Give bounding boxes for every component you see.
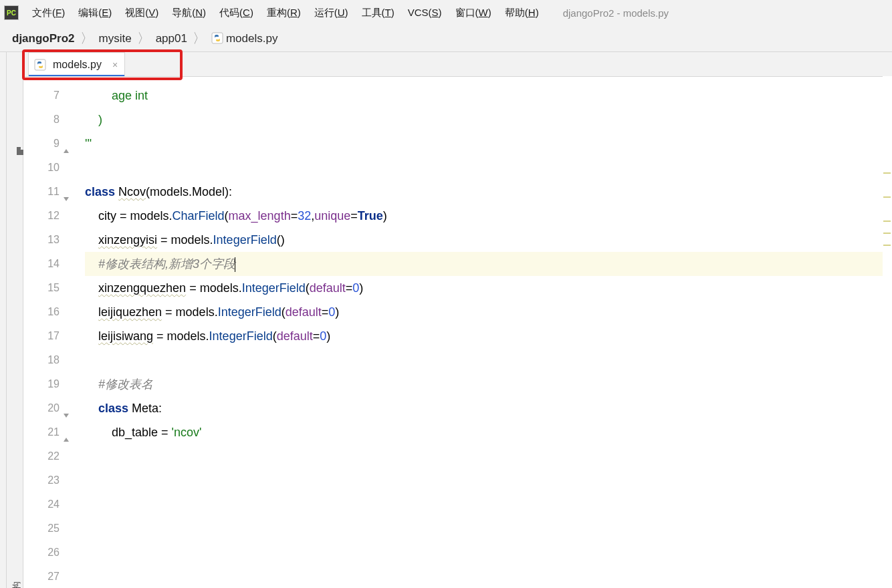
line-number: 15: [23, 276, 60, 300]
menu-t[interactable]: 工具(T): [355, 4, 401, 22]
tab-label: models.py: [53, 59, 102, 71]
code-line[interactable]: #修改表结构,新增3个字段: [85, 252, 892, 276]
breadcrumb-item[interactable]: djangoPro2: [12, 32, 75, 45]
line-number: 26: [23, 541, 60, 565]
line-number: 22: [23, 444, 60, 468]
svg-rect-2: [17, 147, 21, 149]
chevron-right-icon: 〉: [137, 29, 150, 47]
structure-toolwindow-label[interactable]: 结构: [11, 581, 23, 588]
line-number: 10: [23, 156, 60, 180]
code-line[interactable]: [85, 565, 892, 588]
menu-n[interactable]: 导航(N): [165, 4, 213, 22]
chevron-right-icon: 〉: [193, 29, 206, 47]
python-file-icon: [34, 59, 46, 71]
code-line[interactable]: xinzengquezhen = models.IntegerField(def…: [85, 276, 892, 300]
code-line[interactable]: [85, 156, 892, 180]
code-line[interactable]: ''': [85, 132, 892, 156]
line-number: 23: [23, 468, 60, 492]
menu-s[interactable]: VCS(S): [401, 4, 449, 22]
code-line[interactable]: class Meta:: [85, 396, 892, 420]
line-number: 8: [23, 108, 60, 132]
code-line[interactable]: [85, 541, 892, 565]
python-file-icon: [211, 32, 223, 44]
line-number: 12: [23, 204, 60, 228]
code-line[interactable]: [85, 348, 892, 372]
menu-c[interactable]: 代码(C): [213, 4, 260, 22]
breadcrumb-item[interactable]: models.py: [211, 32, 277, 45]
pycharm-icon: PC: [4, 5, 19, 20]
code-line[interactable]: ): [85, 108, 892, 132]
line-number: 18: [23, 348, 60, 372]
line-number: 14: [23, 252, 60, 276]
line-number: 20: [23, 396, 60, 420]
code-line[interactable]: [85, 492, 892, 517]
menu-u[interactable]: 运行(U): [308, 4, 355, 22]
menu-h[interactable]: 帮助(H): [498, 4, 546, 22]
code-line[interactable]: leijisiwang = models.IntegerField(defaul…: [85, 324, 892, 348]
window-title: djangoPro2 - models.py: [563, 7, 669, 19]
code-line[interactable]: age int: [85, 84, 892, 108]
code-line[interactable]: #修改表名: [85, 372, 892, 396]
menu-e[interactable]: 编辑(E): [72, 4, 118, 22]
breadcrumb-item[interactable]: mysite: [99, 32, 132, 45]
code-line[interactable]: xinzengyisi = models.IntegerField(): [85, 228, 892, 252]
line-number: 16: [23, 300, 60, 324]
menubar: PC 文件(F)编辑(E)视图(V)导航(N)代码(C)重构(R)运行(U)工具…: [0, 0, 892, 25]
menu-r[interactable]: 重构(R): [260, 4, 308, 22]
code-line[interactable]: city = models.CharField(max_length=32,un…: [85, 204, 892, 228]
toolwindow-rail[interactable]: 结构: [7, 52, 23, 588]
breadcrumb-item[interactable]: app01: [156, 32, 187, 45]
svg-rect-0: [212, 33, 223, 43]
line-number: 13: [23, 228, 60, 252]
code-line[interactable]: [85, 517, 892, 541]
editor-tabs: models.py ×: [0, 52, 892, 76]
fold-end-icon[interactable]: [62, 140, 70, 148]
menu-f[interactable]: 文件(F): [25, 4, 72, 22]
breadcrumb: djangoPro2〉mysite〉app01〉models.py: [0, 25, 892, 52]
fold-start-icon[interactable]: [62, 404, 70, 412]
left-gutter-rail: [0, 52, 7, 588]
code-line[interactable]: leijiquezhen = models.IntegerField(defau…: [85, 300, 892, 324]
line-number: 7: [23, 84, 60, 108]
chevron-right-icon: 〉: [80, 29, 94, 47]
tab-models-py[interactable]: models.py ×: [28, 52, 125, 76]
code-line[interactable]: class Ncov(models.Model):: [85, 180, 892, 204]
code-line[interactable]: db_table = 'ncov': [85, 420, 892, 444]
line-number: 19: [23, 372, 60, 396]
line-number: 21: [23, 420, 60, 444]
code-editor[interactable]: 789101112131415161718192021222324252627 …: [23, 76, 892, 588]
error-stripe[interactable]: [883, 76, 892, 588]
line-number-gutter: 789101112131415161718192021222324252627: [23, 77, 74, 588]
code-area[interactable]: age int )'''class Ncov(models.Model): ci…: [74, 77, 892, 588]
menu-w[interactable]: 窗口(W): [449, 4, 498, 22]
line-number: 25: [23, 517, 60, 541]
fold-end-icon[interactable]: [62, 428, 70, 436]
code-line[interactable]: [85, 468, 892, 492]
fold-start-icon[interactable]: [62, 188, 70, 196]
line-number: 17: [23, 324, 60, 348]
line-number: 24: [23, 492, 60, 517]
line-number: 27: [23, 565, 60, 588]
close-icon[interactable]: ×: [112, 59, 118, 70]
svg-rect-1: [35, 59, 45, 70]
line-number: 11: [23, 180, 60, 204]
code-line[interactable]: [85, 444, 892, 468]
menu-v[interactable]: 视图(V): [118, 4, 165, 22]
line-number: 9: [23, 132, 60, 156]
